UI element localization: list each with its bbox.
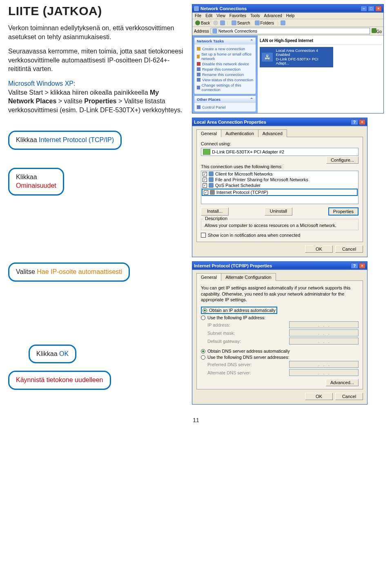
address-label: Address xyxy=(194,29,209,33)
obtain-ip-radio[interactable] xyxy=(203,308,207,313)
menu-advanced[interactable]: Advanced xyxy=(264,13,282,18)
obtain-dns-label: Obtain DNS server address automatically xyxy=(207,349,290,354)
other-places-header[interactable]: Other Places⌃ xyxy=(194,96,256,103)
adapter-dropdown[interactable]: D-Link DFE-530TX+ PCI Adapter #2 xyxy=(201,148,359,156)
tab-advanced[interactable]: Advanced xyxy=(258,129,287,137)
task-setup[interactable]: Set up a home or small office network xyxy=(197,51,253,61)
callout-properties: KlikkaaOminaisuudet xyxy=(8,168,64,196)
install-button[interactable]: Install... xyxy=(201,207,229,216)
minimize-button[interactable]: − xyxy=(361,6,367,11)
close-button[interactable]: × xyxy=(359,263,365,269)
tab-general[interactable]: General xyxy=(196,273,221,281)
help-button[interactable]: ? xyxy=(351,119,358,125)
expand-icon: ⌃ xyxy=(250,97,253,102)
intro-xp: Microsoft Windows XP: Valitse Start > kl… xyxy=(8,79,184,114)
address-icon xyxy=(212,29,217,33)
cancel-button[interactable]: Cancel xyxy=(335,393,363,400)
other-control-panel[interactable]: Control Panel xyxy=(197,105,253,110)
search-icon xyxy=(232,20,236,25)
use-ip-radio[interactable] xyxy=(201,316,205,320)
folders-icon xyxy=(255,20,260,25)
views-icon[interactable] xyxy=(281,20,285,25)
tcpip-properties-window: Internet Protocol (TCP/IP) Properties ? … xyxy=(192,261,368,405)
subnet-label: Subnet mask: xyxy=(207,331,235,336)
tab-auth[interactable]: Authentication xyxy=(221,129,258,137)
uses-items-label: This connection uses the following items… xyxy=(201,164,359,169)
menu-favorites[interactable]: Favorites xyxy=(229,13,246,18)
network-adapter-icon: 🖧 xyxy=(261,52,273,62)
use-ip-label: Use the following IP address: xyxy=(207,315,265,320)
tab-general[interactable]: General xyxy=(196,129,221,137)
disable-icon xyxy=(197,62,200,66)
advanced-button[interactable]: Advanced... xyxy=(326,379,359,386)
page-title: LIITE (JATKOA) xyxy=(8,4,184,18)
search-button[interactable]: Search xyxy=(230,20,252,26)
item-tcpip[interactable]: ✓Internet Protocol (TCP/IP) xyxy=(202,189,358,196)
gateway-label: Default gateway: xyxy=(207,339,241,344)
pref-dns-label: Preferred DNS server: xyxy=(207,362,252,367)
use-dns-radio[interactable] xyxy=(201,355,205,360)
task-create[interactable]: Create a new connection xyxy=(197,46,253,51)
help-button[interactable]: ? xyxy=(351,263,358,269)
close-button[interactable]: × xyxy=(375,6,382,11)
ok-button[interactable]: OK xyxy=(305,245,333,253)
desc-body: Allows your computer to access resources… xyxy=(205,222,355,228)
intro-p1: Verkon toiminnan edellytyksenä on, että … xyxy=(8,24,184,41)
network-tasks-header[interactable]: Network Tasks⌃ xyxy=(194,38,256,44)
callout-restart: Käynnistä tietokone uudelleen xyxy=(8,371,111,390)
forward-icon[interactable] xyxy=(213,20,218,25)
item-client[interactable]: ✓Client for Microsoft Networks xyxy=(201,171,358,177)
connect-using-label: Connect using: xyxy=(201,141,359,146)
item-qos[interactable]: ✓QoS Packet Scheduler xyxy=(201,182,358,188)
lac-titlebar[interactable]: Local Area Connection Properties ? × xyxy=(192,118,367,126)
pref-dns-field: . . . xyxy=(289,361,359,368)
uninstall-button[interactable]: Uninstall xyxy=(265,207,292,216)
obtain-dns-radio[interactable] xyxy=(201,349,205,354)
task-repair[interactable]: Repair this connection xyxy=(197,67,253,72)
tcp-blurb: You can get IP settings assigned automat… xyxy=(201,285,359,303)
properties-button[interactable]: Properties xyxy=(328,207,359,216)
task-settings[interactable]: Change settings of this connection xyxy=(197,82,253,92)
protocol-icon xyxy=(210,190,215,195)
ok-button[interactable]: OK xyxy=(305,393,333,400)
home-icon xyxy=(197,55,200,58)
obtain-ip-label: Obtain an IP address automatically xyxy=(209,308,276,313)
show-icon-label: Show icon in notification area when conn… xyxy=(208,233,300,238)
address-field[interactable]: Network Connections xyxy=(211,28,370,34)
menu-edit[interactable]: Edit xyxy=(205,13,212,18)
maximize-button[interactable]: □ xyxy=(368,6,374,11)
tcp-titlebar[interactable]: Internet Protocol (TCP/IP) Properties ? … xyxy=(192,262,367,270)
settings-icon xyxy=(197,86,200,89)
wizard-icon xyxy=(197,47,200,51)
show-icon-checkbox[interactable] xyxy=(201,233,206,238)
tab-alternate[interactable]: Alternate Configuration xyxy=(221,273,276,281)
menu-view[interactable]: View xyxy=(216,13,225,18)
alt-dns-field: . . . xyxy=(289,369,359,376)
desc-label: Description xyxy=(204,216,229,221)
task-disable[interactable]: Disable this network device xyxy=(197,61,253,67)
nc-menu-bar: File Edit View Favorites Tools Advanced … xyxy=(192,13,383,19)
close-button[interactable]: × xyxy=(359,119,365,125)
task-status[interactable]: View status of this connection xyxy=(197,77,253,82)
control-panel-icon xyxy=(197,105,200,109)
go-button[interactable]: Go xyxy=(372,28,382,34)
lan-section-header: LAN or High-Speed Internet xyxy=(260,38,381,44)
cancel-button[interactable]: Cancel xyxy=(335,245,363,253)
nc-toolbar: Back | Search Folders | xyxy=(192,19,383,27)
item-fileprint[interactable]: ✓File and Printer Sharing for Microsoft … xyxy=(201,177,358,182)
items-listbox[interactable]: ✓Client for Microsoft Networks ✓File and… xyxy=(201,171,359,204)
folders-button[interactable]: Folders xyxy=(254,20,275,26)
share-icon xyxy=(209,177,214,182)
up-icon[interactable] xyxy=(220,20,225,25)
callout-tcpip: Klikkaa Internet Protocol (TCP/IP) xyxy=(8,131,122,150)
configure-button[interactable]: Configure... xyxy=(326,156,359,164)
task-rename[interactable]: Rename this connection xyxy=(197,72,253,77)
menu-help[interactable]: Help xyxy=(286,13,295,18)
back-button[interactable]: Back xyxy=(194,20,211,26)
collapse-icon: ⌃ xyxy=(250,39,253,43)
menu-file[interactable]: File xyxy=(195,13,201,18)
lan-connection-item[interactable]: 🖧 Local Area Connection 4 Enabled D-Link… xyxy=(260,47,333,67)
menu-tools[interactable]: Tools xyxy=(250,13,260,18)
alt-dns-label: Alternate DNS server: xyxy=(207,370,251,375)
nc-titlebar[interactable]: Network Connections − □ × xyxy=(192,4,383,13)
